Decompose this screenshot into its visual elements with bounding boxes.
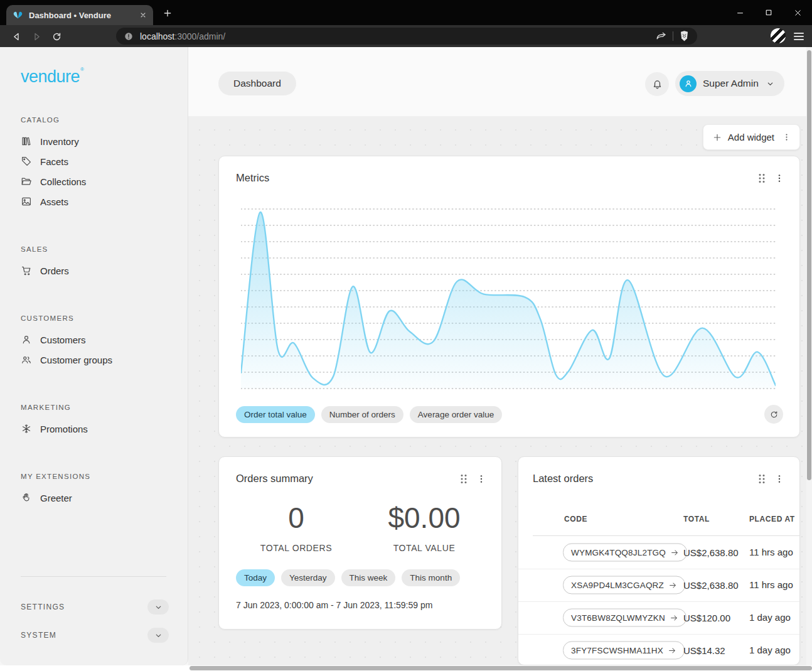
sidebar-section-customers: CUSTOMERS Customers Customer groups	[21, 314, 175, 370]
section-label-catalog: CATALOG	[21, 116, 175, 124]
order-code-link[interactable]: XSA9PD4LM3CGAQRZ	[563, 576, 685, 594]
sidebar-section-sales: SALES Orders	[21, 245, 175, 281]
kebab-menu-icon[interactable]	[476, 473, 486, 485]
vertical-scrollbar-thumb[interactable]	[807, 50, 811, 480]
sidebar-item-inventory[interactable]: Inventory	[21, 131, 175, 151]
order-code-link[interactable]: 3FY7FSCWSHMA11HX	[563, 641, 685, 660]
table-row: 3FY7FSCWSHMA11HX US$14.32 1 day ago	[518, 634, 799, 665]
section-label-sales: SALES	[21, 245, 175, 253]
sidebar-section-marketing: MARKETING Promotions	[21, 404, 175, 439]
section-label-my-extensions: MY EXTENSIONS	[21, 473, 175, 480]
sidebar-item-assets[interactable]: Assets	[21, 191, 175, 212]
sidebar-item-promotions[interactable]: Promotions	[21, 419, 175, 439]
browser-menu-icon[interactable]	[791, 29, 806, 44]
table-row: WYMGK4TQQ8JL2TGQ US$2,638.80 11 hrs ago	[518, 536, 799, 569]
summary-range-tabs: Today Yesterday This week This month	[236, 569, 460, 586]
sidebar-item-collections[interactable]: Collections	[21, 171, 175, 191]
sidebar-item-orders[interactable]: Orders	[21, 260, 175, 281]
minimize-button[interactable]	[725, 0, 754, 25]
maximize-button[interactable]	[754, 0, 783, 25]
metrics-chart-area	[241, 208, 776, 390]
tab-order-total-value[interactable]: Order total value	[236, 406, 315, 423]
drag-handle-icon[interactable]	[459, 473, 469, 485]
sidebar: vendure® CATALOG Inventory Fac	[0, 47, 188, 665]
window-controls	[725, 0, 812, 25]
chevron-down-icon[interactable]	[147, 599, 169, 615]
page-content: vendure® CATALOG Inventory Fac	[0, 47, 812, 671]
notifications-button[interactable]	[645, 72, 669, 96]
arrow-right-icon	[670, 548, 679, 557]
horizontal-scrollbar-thumb[interactable]	[190, 666, 812, 670]
sidebar-section-settings[interactable]: SETTINGS	[21, 598, 169, 616]
horizontal-scrollbar[interactable]	[0, 665, 812, 671]
order-placed-at: 1 day ago	[749, 601, 796, 634]
total-value-stat: $0.00 TOTAL VALUE	[387, 502, 462, 553]
range-this-month[interactable]: This month	[402, 569, 460, 586]
drag-handle-icon[interactable]	[757, 473, 767, 485]
user-menu[interactable]: Super Admin	[675, 71, 784, 96]
range-today[interactable]: Today	[236, 569, 275, 586]
table-row: XSA9PD4LM3CGAQRZ US$2,638.80 11 hrs ago	[518, 569, 799, 602]
url-host: localhost	[140, 31, 174, 41]
user-name: Super Admin	[703, 78, 759, 89]
sidebar-section-my-extensions: MY EXTENSIONS Greeter	[21, 473, 175, 508]
order-code-link[interactable]: WYMGK4TQQ8JL2TGQ	[563, 544, 687, 562]
tab-close-icon[interactable]	[139, 11, 147, 19]
vendure-logo: vendure®	[21, 67, 83, 87]
back-button[interactable]	[8, 28, 25, 45]
date-range-text: 7 Jun 2023, 0:00:00 am - 7 Jun 2023, 11:…	[236, 600, 432, 610]
widget-title: Orders summary	[236, 473, 313, 485]
folder-icon	[21, 176, 32, 187]
metrics-widget: Metrics Order total value Number of orde…	[218, 156, 800, 437]
order-total: US$2,638.80	[683, 569, 739, 601]
sidebar-item-greeter[interactable]: Greeter	[21, 488, 175, 508]
browser-profile-avatar[interactable]	[771, 28, 786, 43]
tab-title: Dashboard • Vendure	[29, 11, 136, 20]
url-bar[interactable]: localhost:3000/admin/	[116, 28, 697, 45]
settings-label: SETTINGS	[21, 603, 65, 611]
range-yesterday[interactable]: Yesterday	[281, 569, 335, 586]
forward-button[interactable]	[28, 28, 45, 45]
order-code-link[interactable]: V3T6BW8ZQLWMYZKN	[563, 609, 686, 627]
drag-handle-icon[interactable]	[757, 173, 767, 184]
chevron-down-icon[interactable]	[147, 628, 169, 643]
snowflake-icon	[21, 423, 32, 434]
column-header-total: TOTAL	[683, 515, 710, 523]
refresh-icon	[769, 410, 779, 419]
refresh-button[interactable]	[764, 405, 783, 424]
kebab-menu-icon[interactable]	[780, 132, 793, 142]
brave-shield-icon[interactable]	[679, 30, 690, 42]
logo-mark: ®	[80, 67, 83, 72]
metrics-chart	[241, 208, 776, 390]
vertical-scrollbar[interactable]	[806, 47, 812, 671]
add-widget-button[interactable]: Add widget	[703, 124, 800, 150]
vendure-favicon-icon	[13, 11, 23, 20]
browser-tab[interactable]: Dashboard • Vendure	[6, 5, 153, 25]
total-orders-label: TOTAL ORDERS	[259, 543, 334, 553]
tab-number-of-orders[interactable]: Number of orders	[321, 406, 403, 423]
kebab-menu-icon[interactable]	[774, 473, 784, 485]
sidebar-divider	[21, 576, 166, 577]
sidebar-item-customer-groups[interactable]: Customer groups	[21, 350, 175, 370]
sidebar-item-facets[interactable]: Facets	[21, 151, 175, 171]
widget-title: Latest orders	[533, 473, 593, 485]
tab-average-order-value[interactable]: Average order value	[410, 406, 502, 423]
user-icon	[21, 334, 32, 345]
close-window-button[interactable]	[783, 0, 812, 25]
cart-icon	[21, 265, 32, 276]
order-placed-at: 11 hrs ago	[749, 536, 796, 569]
library-icon	[21, 136, 32, 147]
site-info-icon[interactable]	[124, 31, 134, 41]
breadcrumb[interactable]: Dashboard	[218, 72, 296, 95]
share-icon[interactable]	[655, 30, 667, 42]
total-orders-value: 0	[259, 502, 334, 534]
arrow-right-icon	[670, 613, 678, 622]
order-placed-at: 1 day ago	[749, 634, 796, 665]
user-avatar	[680, 75, 697, 92]
range-this-week[interactable]: This week	[341, 569, 396, 586]
kebab-menu-icon[interactable]	[774, 172, 784, 185]
sidebar-item-customers[interactable]: Customers	[21, 330, 175, 350]
new-tab-button[interactable]	[161, 6, 174, 20]
reload-button[interactable]	[48, 28, 65, 45]
sidebar-section-system[interactable]: SYSTEM	[21, 626, 169, 644]
